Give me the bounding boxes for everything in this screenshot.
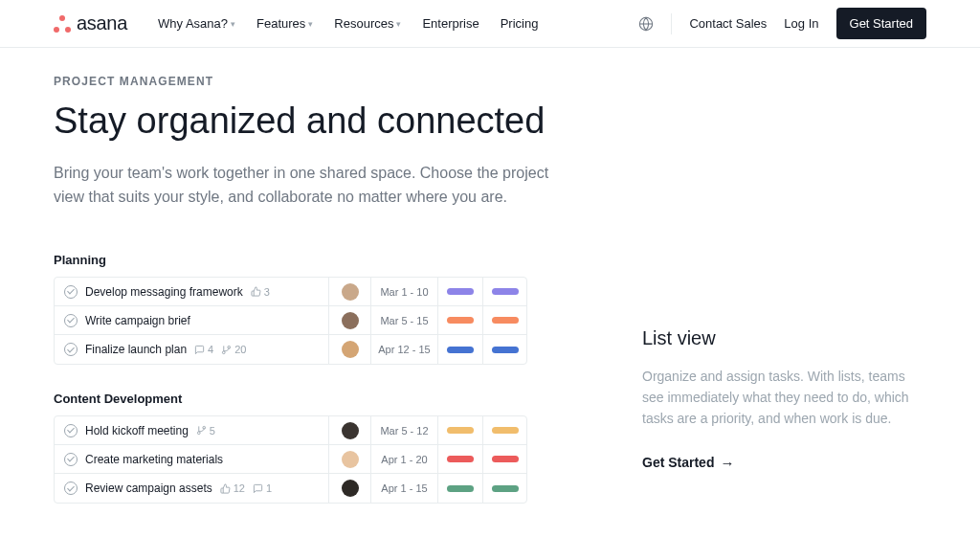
task-name: Write campaign brief <box>85 314 190 327</box>
nav-pricing[interactable]: Pricing <box>501 16 539 31</box>
tag-pill <box>492 427 519 434</box>
tag-pill <box>447 317 474 324</box>
nav-resources[interactable]: Resources▾ <box>334 16 401 31</box>
avatar <box>342 283 359 301</box>
task-name: Develop messaging framework <box>85 285 243 299</box>
table-row[interactable]: Write campaign brief Mar 5 - 15 <box>55 306 526 335</box>
date-cell: Mar 1 - 10 <box>371 278 438 305</box>
table-row[interactable]: Finalize launch plan 420 Apr 12 - 15 <box>55 335 526 364</box>
tag-cell <box>438 278 482 305</box>
subtask-count: 20 <box>221 344 246 355</box>
check-circle-icon[interactable] <box>64 285 78 299</box>
tag-cell <box>482 278 526 305</box>
tag-pill <box>492 288 519 295</box>
date-cell: Mar 5 - 12 <box>371 416 438 444</box>
task-table: Develop messaging framework 3 Mar 1 - 10… <box>54 277 527 365</box>
tag-cell <box>438 445 482 473</box>
side-cta-label: Get Started <box>642 455 714 470</box>
table-row[interactable]: Review campaign assets 121 Apr 1 - 15 <box>55 474 526 503</box>
tag-pill <box>492 317 519 324</box>
comment-count: 4 <box>194 344 213 355</box>
avatar <box>342 480 359 497</box>
table-row[interactable]: Develop messaging framework 3 Mar 1 - 10 <box>55 278 526 306</box>
side-card: List view Organize and assign tasks. Wit… <box>642 253 926 471</box>
task-cell: Hold kickoff meeting 5 <box>55 416 329 444</box>
tag-cell <box>438 474 482 503</box>
task-cell: Create marketing materials <box>55 445 329 473</box>
tag-pill <box>447 288 474 295</box>
side-cta-link[interactable]: Get Started → <box>642 455 734 471</box>
assignee-cell[interactable] <box>329 416 371 444</box>
tag-pill <box>492 456 519 462</box>
get-started-button[interactable]: Get Started <box>836 8 926 39</box>
content-row: Planning Develop messaging framework 3 M… <box>54 253 926 504</box>
chevron-down-icon: ▾ <box>396 19 401 29</box>
task-name: Hold kickoff meeting <box>85 424 189 437</box>
contact-sales-link[interactable]: Contact Sales <box>689 16 767 31</box>
task-name: Create marketing materials <box>85 453 223 466</box>
tag-cell <box>482 474 526 503</box>
like-count: 12 <box>220 482 245 494</box>
task-cell: Finalize launch plan 420 <box>55 335 329 364</box>
section-label: Content Development <box>54 392 527 406</box>
task-name: Review campaign assets <box>85 482 212 495</box>
check-circle-icon[interactable] <box>64 314 78 327</box>
date-cell: Apr 1 - 15 <box>371 474 438 503</box>
date-cell: Apr 1 - 20 <box>371 445 438 473</box>
side-desc: Organize and assign tasks. With lists, t… <box>642 367 926 429</box>
assignee-cell[interactable] <box>329 474 371 503</box>
section-label: Planning <box>54 253 527 267</box>
avatar <box>342 312 359 329</box>
date-cell: Mar 5 - 15 <box>371 306 438 334</box>
eyebrow: PROJECT MANAGEMENT <box>54 75 926 88</box>
tag-pill <box>492 485 519 492</box>
chevron-down-icon: ▾ <box>231 19 235 29</box>
logo[interactable]: asana <box>54 12 127 34</box>
page-subtitle: Bring your team's work together in one s… <box>54 162 570 210</box>
nav-enterprise[interactable]: Enterprise <box>422 16 479 31</box>
tag-pill <box>492 347 519 353</box>
chevron-down-icon: ▾ <box>308 19 313 29</box>
page-title: Stay organized and connected <box>54 100 551 143</box>
globe-icon[interactable] <box>638 16 654 32</box>
check-circle-icon[interactable] <box>64 482 78 495</box>
task-cell: Review campaign assets 121 <box>55 474 329 503</box>
logo-text: asana <box>77 12 127 34</box>
avatar <box>342 341 359 358</box>
divider <box>671 13 672 34</box>
login-link[interactable]: Log In <box>784 16 818 31</box>
tag-cell <box>438 416 482 444</box>
comment-count: 1 <box>253 482 272 494</box>
table-area: Planning Develop messaging framework 3 M… <box>54 253 527 504</box>
check-circle-icon[interactable] <box>64 343 78 356</box>
assignee-cell[interactable] <box>329 278 371 305</box>
tag-pill <box>447 485 474 492</box>
task-cell: Develop messaging framework 3 <box>55 278 329 305</box>
table-row[interactable]: Create marketing materials Apr 1 - 20 <box>55 445 526 474</box>
header: asana Why Asana?▾ Features▾ Resources▾ E… <box>0 0 980 48</box>
table-row[interactable]: Hold kickoff meeting 5 Mar 5 - 12 <box>55 416 526 445</box>
nav-why-asana[interactable]: Why Asana?▾ <box>158 16 235 31</box>
assignee-cell[interactable] <box>329 306 371 334</box>
main-content: PROJECT MANAGEMENT Stay organized and co… <box>0 48 980 542</box>
avatar <box>342 422 359 439</box>
tag-pill <box>447 456 474 462</box>
assignee-cell[interactable] <box>329 335 371 364</box>
arrow-right-icon: → <box>720 455 734 471</box>
task-cell: Write campaign brief <box>55 306 329 334</box>
tag-pill <box>447 427 474 434</box>
check-circle-icon[interactable] <box>64 424 78 437</box>
header-right: Contact Sales Log In Get Started <box>638 8 926 39</box>
side-title: List view <box>642 327 926 349</box>
tag-cell <box>482 445 526 473</box>
tag-cell <box>482 306 526 334</box>
assignee-cell[interactable] <box>329 445 371 473</box>
nav-features[interactable]: Features▾ <box>256 16 313 31</box>
like-count: 3 <box>251 286 270 298</box>
tag-cell <box>482 335 526 364</box>
tag-pill <box>447 347 474 353</box>
tag-cell <box>438 335 482 364</box>
check-circle-icon[interactable] <box>64 453 78 466</box>
task-name: Finalize launch plan <box>85 343 187 356</box>
tag-cell <box>438 306 482 334</box>
